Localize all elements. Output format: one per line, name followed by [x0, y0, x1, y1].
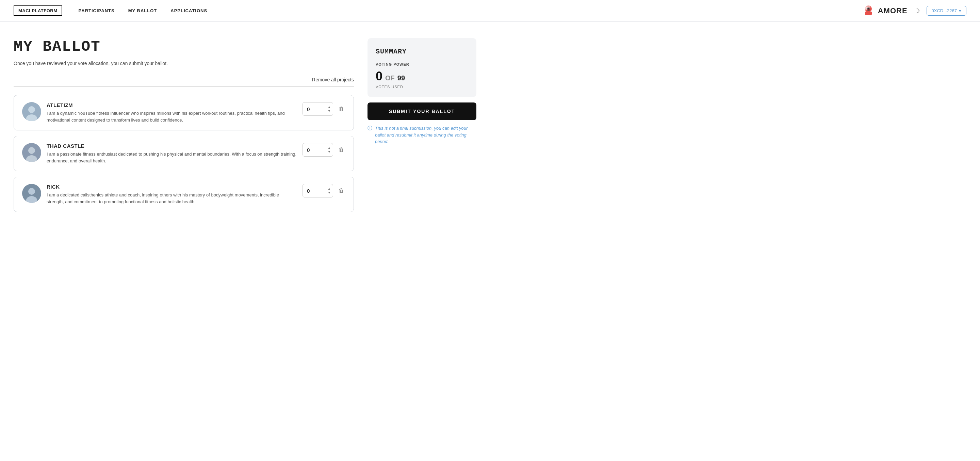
svg-rect-1: [865, 11, 872, 15]
note-row: ⓘ This is not a final submission, you ca…: [368, 125, 476, 145]
delete-rick[interactable]: 🗑: [337, 186, 345, 195]
wallet-address: 0XCD...2267: [932, 8, 957, 13]
voting-power-label: VOTING POWER: [375, 62, 468, 66]
svg-point-6: [28, 106, 35, 113]
submit-ballot-button[interactable]: SUBMIT YOUR BALLOT: [368, 102, 476, 120]
wallet-button[interactable]: 0XCD...2267 ▾: [927, 6, 966, 16]
project-controls-atletizm: ▲ ▼ 🗑: [302, 102, 345, 116]
brand-logo: 🎩 AMORE: [862, 4, 907, 18]
chevron-down-icon: ▾: [959, 8, 961, 13]
svg-text:🎩: 🎩: [866, 7, 871, 11]
project-info-thad-castle: THAD CASTLE I am a passionate fitness en…: [47, 143, 297, 164]
page-subtitle: Once you have reviewed your vote allocat…: [14, 61, 354, 66]
logo[interactable]: MACI PLATFORM: [14, 5, 62, 16]
avatar-rick: [22, 184, 41, 203]
decrement-thad-castle[interactable]: ▼: [327, 150, 331, 154]
votes-total: 99: [398, 74, 405, 82]
increment-atletizm[interactable]: ▲: [327, 105, 331, 109]
svg-point-12: [28, 188, 35, 195]
dark-mode-toggle[interactable]: ☽: [913, 6, 921, 16]
votes-used-label: VOTES USED: [375, 85, 468, 89]
project-name-rick: RICK: [47, 184, 297, 190]
brand-icon: 🎩: [862, 4, 875, 18]
project-controls-rick: ▲ ▼ 🗑: [302, 184, 345, 198]
header: MACI PLATFORM PARTICIPANTS MY BALLOT APP…: [0, 0, 980, 22]
svg-point-9: [28, 147, 35, 154]
avatar-atletizm: [22, 102, 41, 121]
nav: PARTICIPANTS MY BALLOT APPLICATIONS: [79, 8, 845, 13]
nav-applications[interactable]: APPLICATIONS: [170, 8, 207, 13]
votes-of-label: OF: [385, 74, 395, 82]
main-layout: MY BALLOT Once you have reviewed your vo…: [0, 22, 490, 234]
project-card-rick: RICK I am a dedicated calisthenics athle…: [14, 177, 354, 212]
remove-all-link[interactable]: Remove all projects: [312, 77, 354, 82]
summary-title: SUMMARY: [375, 48, 468, 56]
nav-participants[interactable]: PARTICIPANTS: [79, 8, 115, 13]
votes-used: 0: [375, 69, 382, 83]
nav-my-ballot[interactable]: MY BALLOT: [128, 8, 157, 13]
project-desc-atletizm: I am a dynamic YouTube fitness influence…: [47, 110, 297, 123]
increment-rick[interactable]: ▲: [327, 187, 331, 191]
project-desc-thad-castle: I am a passionate fitness enthusiast ded…: [47, 151, 297, 164]
page-title: MY BALLOT: [14, 38, 354, 55]
delete-atletizm[interactable]: 🗑: [337, 105, 345, 113]
remove-all-row: Remove all projects: [14, 77, 354, 82]
sidebar: SUMMARY VOTING POWER 0 OF 99 VOTES USED …: [368, 38, 476, 218]
header-right: 🎩 AMORE ☽ 0XCD...2267 ▾: [862, 4, 966, 18]
decrement-atletizm[interactable]: ▼: [327, 109, 331, 113]
vote-spinners-atletizm: ▲ ▼: [327, 105, 331, 113]
vote-spinners-thad-castle: ▲ ▼: [327, 146, 331, 154]
note-text: This is not a final submission, you can …: [375, 125, 476, 145]
avatar-thad-castle: [22, 143, 41, 162]
project-name-thad-castle: THAD CASTLE: [47, 143, 297, 149]
summary-box: SUMMARY VOTING POWER 0 OF 99 VOTES USED: [368, 38, 476, 97]
vote-spinners-rick: ▲ ▼: [327, 187, 331, 195]
info-icon: ⓘ: [368, 125, 372, 131]
project-card-thad-castle: THAD CASTLE I am a passionate fitness en…: [14, 136, 354, 171]
vote-input-wrap-atletizm: ▲ ▼: [302, 102, 333, 116]
project-controls-thad-castle: ▲ ▼ 🗑: [302, 143, 345, 156]
votes-row: 0 OF 99: [375, 69, 468, 83]
project-info-rick: RICK I am a dedicated calisthenics athle…: [47, 184, 297, 205]
delete-thad-castle[interactable]: 🗑: [337, 145, 345, 154]
project-info-atletizm: ATLETIZM I am a dynamic YouTube fitness …: [47, 102, 297, 123]
content-area: MY BALLOT Once you have reviewed your vo…: [14, 38, 354, 218]
decrement-rick[interactable]: ▼: [327, 191, 331, 195]
vote-input-wrap-thad-castle: ▲ ▼: [302, 143, 333, 156]
brand-name: AMORE: [878, 6, 907, 15]
vote-input-wrap-rick: ▲ ▼: [302, 184, 333, 198]
increment-thad-castle[interactable]: ▲: [327, 146, 331, 150]
project-desc-rick: I am a dedicated calisthenics athlete an…: [47, 192, 297, 205]
project-name-atletizm: ATLETIZM: [47, 102, 297, 108]
project-card-atletizm: ATLETIZM I am a dynamic YouTube fitness …: [14, 95, 354, 131]
divider: [14, 86, 354, 87]
